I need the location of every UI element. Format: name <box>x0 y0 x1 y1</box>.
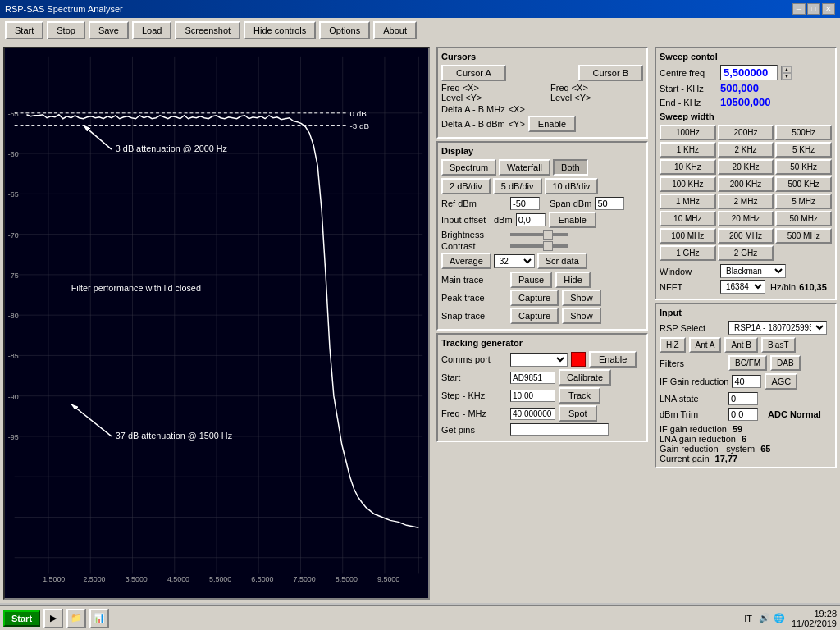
input-offset-enable-button[interactable]: Enable <box>549 212 596 228</box>
pause-button[interactable]: Pause <box>510 272 552 288</box>
taskbar-start-button[interactable]: Start <box>3 610 40 627</box>
sw-10khz[interactable]: 10 KHz <box>660 159 716 175</box>
if-gain-row: IF Gain reduction AGC <box>660 373 832 390</box>
step-khz-input[interactable] <box>510 390 555 402</box>
sw-2ghz[interactable]: 2 GHz <box>718 245 774 261</box>
if-gain-input[interactable] <box>732 375 761 388</box>
sw-100mhz[interactable]: 100 MHz <box>660 228 716 244</box>
delta-mhz-row: Delta A - B MHz <X> <box>441 104 643 114</box>
options-button[interactable]: Options <box>319 21 370 39</box>
about-button[interactable]: About <box>373 21 417 39</box>
span-dbm-input[interactable] <box>595 197 624 210</box>
cursors-enable-button[interactable]: Enable <box>528 116 576 132</box>
show-peak-button[interactable]: Show <box>562 290 601 306</box>
stop-button[interactable]: Stop <box>47 21 85 39</box>
rsp-select[interactable]: RSP1A - 1807025993 <box>728 321 827 335</box>
step-khz-row: Step - KHz Track <box>441 387 643 404</box>
minimize-button[interactable]: ─ <box>792 3 806 15</box>
sw-100khz[interactable]: 100 KHz <box>660 176 716 192</box>
db10-button[interactable]: 10 dB/div <box>545 178 599 194</box>
delta-dbm-row: Delta A - B dBm <Y> Enable <box>441 116 643 132</box>
sw-1mhz[interactable]: 1 MHz <box>660 194 716 209</box>
sw-20khz[interactable]: 20 KHz <box>718 159 774 175</box>
taskbar-icon-2[interactable]: 📁 <box>66 609 86 628</box>
hide-controls-button[interactable]: Hide controls <box>244 21 316 39</box>
sw-500khz[interactable]: 500 KHz <box>775 176 832 192</box>
show-snap-button[interactable]: Show <box>562 308 601 324</box>
freq-down-arrow[interactable]: ▼ <box>782 73 792 80</box>
freq-up-arrow[interactable]: ▲ <box>782 66 792 73</box>
sw-5mhz[interactable]: 5 MHz <box>775 194 832 209</box>
taskbar-icon-3[interactable]: 📊 <box>89 609 109 628</box>
ant-a-button[interactable]: Ant A <box>689 337 722 353</box>
save-button[interactable]: Save <box>89 21 129 39</box>
average-select[interactable]: 32 16 64 <box>494 254 535 268</box>
sw-500mhz[interactable]: 500 MHz <box>775 228 832 244</box>
sw-10mhz[interactable]: 10 MHz <box>660 211 716 226</box>
centre-freq-spinner[interactable]: ▲ ▼ <box>781 66 792 80</box>
agc-button[interactable]: AGC <box>765 373 797 390</box>
sw-200mhz[interactable]: 200 MHz <box>718 228 774 244</box>
ref-dbm-input[interactable] <box>510 197 540 210</box>
db2-button[interactable]: 2 dB/div <box>441 178 491 194</box>
window-select[interactable]: Blackman Hanning Rectangular <box>720 264 786 278</box>
capture-peak-button[interactable]: Capture <box>510 290 559 306</box>
cursor-a-button[interactable]: Cursor A <box>441 65 506 81</box>
spot-button[interactable]: Spot <box>559 405 597 422</box>
screenshot-button[interactable]: Screenshot <box>175 21 240 39</box>
nfft-select[interactable]: 16384 8192 4096 <box>720 280 765 294</box>
track-button[interactable]: Track <box>559 387 600 404</box>
scr-data-button[interactable]: Scr data <box>537 253 587 269</box>
freq-mhz-input[interactable] <box>510 408 555 420</box>
sw-200khz[interactable]: 200 KHz <box>718 176 774 192</box>
sw-20mhz[interactable]: 20 MHz <box>718 211 774 226</box>
contrast-slider[interactable] <box>510 244 568 248</box>
db5-button[interactable]: 5 dB/div <box>493 178 542 194</box>
comms-port-select[interactable] <box>510 353 568 367</box>
cursor-b-button[interactable]: Cursor B <box>578 65 643 81</box>
sw-2khz[interactable]: 2 KHz <box>718 142 774 158</box>
sw-50khz[interactable]: 50 KHz <box>775 159 832 175</box>
close-button[interactable]: ✕ <box>822 3 835 15</box>
maximize-button[interactable]: □ <box>807 3 820 15</box>
ant-b-button[interactable]: Ant B <box>724 337 757 353</box>
sw-2mhz[interactable]: 2 MHz <box>718 194 774 209</box>
both-button[interactable]: Both <box>553 159 588 176</box>
lna-state-input[interactable] <box>728 392 758 405</box>
spectrum-button[interactable]: Spectrum <box>441 159 496 176</box>
bias-t-button[interactable]: BiasT <box>761 337 796 353</box>
svg-text:-90: -90 <box>8 393 19 401</box>
hiz-button[interactable]: HiZ <box>660 337 686 353</box>
calibrate-button[interactable]: Calibrate <box>559 369 611 386</box>
brightness-slider[interactable] <box>510 233 568 236</box>
sw-1ghz[interactable]: 1 GHz <box>660 245 716 261</box>
tracking-start-input[interactable] <box>510 372 555 384</box>
sw-100hz[interactable]: 100Hz <box>660 125 716 140</box>
start-button[interactable]: Start <box>5 21 43 39</box>
capture-snap-button[interactable]: Capture <box>510 308 559 324</box>
waterfall-button[interactable]: Waterfall <box>499 159 550 176</box>
comms-indicator <box>571 352 586 367</box>
dbm-trim-input[interactable] <box>728 408 758 421</box>
sw-200hz[interactable]: 200Hz <box>718 125 774 140</box>
sw-50mhz[interactable]: 50 MHz <box>775 211 832 226</box>
freq-mhz-row: Freq - MHz Spot <box>441 405 643 422</box>
svg-text:-80: -80 <box>8 312 19 320</box>
get-pins-input[interactable] <box>510 423 609 436</box>
load-button[interactable]: Load <box>132 21 171 39</box>
bc-fm-button[interactable]: BC/FM <box>728 355 767 371</box>
sw-500hz[interactable]: 500Hz <box>775 125 832 140</box>
centre-freq-input[interactable] <box>720 65 778 80</box>
hide-button[interactable]: Hide <box>555 272 591 288</box>
sw-5khz[interactable]: 5 KHz <box>775 142 832 158</box>
sw-1khz[interactable]: 1 KHz <box>660 142 716 158</box>
dab-button[interactable]: DAB <box>770 355 801 371</box>
average-button[interactable]: Average <box>441 253 491 269</box>
cursor-a-info: Freq <X> Level <Y> <box>441 83 534 103</box>
tracking-enable-button[interactable]: Enable <box>589 351 637 368</box>
svg-text:-85: -85 <box>8 352 19 360</box>
cursor-buttons-row: Cursor A Cursor B <box>441 65 643 81</box>
input-offset-input[interactable] <box>516 213 546 226</box>
display-mode-row: Spectrum Waterfall Both <box>441 159 643 176</box>
taskbar-icon-1[interactable]: ▶ <box>43 609 63 628</box>
